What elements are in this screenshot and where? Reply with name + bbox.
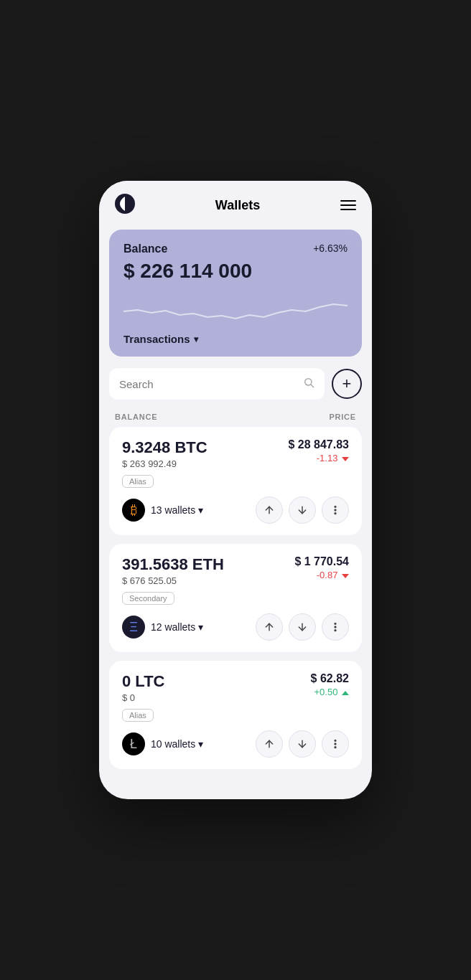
transactions-label: Transactions [123, 333, 190, 345]
btc-actions [256, 496, 349, 524]
balance-column-header: BALANCE [115, 413, 157, 421]
phone-container: Wallets Balance +6.63% $ 226 114 000 Tra… [99, 181, 372, 799]
coin-amount-eth: 391.5638 ETH [122, 555, 224, 574]
eth-more-button[interactable] [322, 613, 349, 641]
svg-point-6 [335, 509, 336, 511]
eth-chevron-icon: ▾ [198, 621, 203, 633]
svg-point-12 [335, 630, 336, 631]
search-icon [303, 377, 314, 391]
svg-point-5 [335, 507, 336, 508]
coin-card-btc: 9.3248 BTC $ 263 992.49 $ 28 847.83 -1.1… [109, 427, 362, 535]
svg-point-15 [335, 740, 336, 742]
coin-price-change-eth: -0.87 [294, 570, 349, 580]
coin-tag-ltc: Alias [122, 709, 154, 722]
coin-price-value-eth: $ 1 770.54 [294, 555, 349, 568]
down-arrow-icon-eth [342, 574, 349, 578]
balance-change: +6.63% [313, 242, 348, 254]
transactions-chevron-icon: ▾ [194, 334, 198, 344]
svg-point-7 [335, 513, 336, 514]
svg-point-16 [335, 743, 336, 745]
ltc-actions [256, 730, 349, 758]
btc-wallet-count[interactable]: 13 wallets ▾ [151, 504, 203, 516]
svg-line-2 [311, 385, 314, 387]
svg-point-11 [335, 626, 336, 628]
coin-wallet-info-eth: Ξ 12 wallets ▾ [122, 616, 203, 639]
coin-amount-btc: 9.3248 BTC [122, 438, 207, 457]
btc-send-button[interactable] [256, 496, 283, 524]
coin-balance-btc: 9.3248 BTC $ 263 992.49 [122, 438, 207, 469]
coin-price-eth: $ 1 770.54 -0.87 [294, 555, 349, 580]
coin-list: 9.3248 BTC $ 263 992.49 $ 28 847.83 -1.1… [99, 427, 372, 769]
add-wallet-button[interactable]: + [332, 369, 362, 399]
balance-chart [123, 290, 348, 326]
menu-line-2 [340, 204, 356, 206]
coin-price-value-btc: $ 28 847.83 [288, 438, 349, 451]
coin-card-eth: 391.5638 ETH $ 676 525.05 $ 1 770.54 -0.… [109, 544, 362, 652]
coin-balance-ltc: 0 LTC $ 0 [122, 672, 164, 703]
ltc-wallet-count[interactable]: 10 wallets ▾ [151, 738, 203, 750]
up-arrow-icon-ltc [342, 691, 349, 695]
eth-logo: Ξ [122, 616, 145, 639]
search-box[interactable] [109, 368, 325, 400]
coin-card-ltc: 0 LTC $ 0 $ 62.82 +0.50 Alias Ł 10 walle… [109, 661, 362, 769]
coin-wallet-info-btc: ₿ 13 wallets ▾ [122, 499, 203, 522]
coin-price-value-ltc: $ 62.82 [311, 672, 349, 685]
coin-fiat-eth: $ 676 525.05 [122, 575, 224, 586]
coin-price-ltc: $ 62.82 +0.50 [311, 672, 349, 697]
balance-label: Balance [123, 242, 167, 255]
ltc-receive-button[interactable] [289, 730, 316, 758]
transactions-button[interactable]: Transactions ▾ [123, 333, 348, 345]
search-row: + [99, 368, 372, 410]
ltc-logo: Ł [122, 732, 145, 755]
eth-actions [256, 613, 349, 641]
menu-button[interactable] [340, 200, 356, 210]
coin-fiat-ltc: $ 0 [122, 692, 164, 703]
btc-chevron-icon: ▾ [198, 504, 203, 516]
coin-price-change-ltc: +0.50 [311, 687, 349, 697]
ltc-send-button[interactable] [256, 730, 283, 758]
svg-point-17 [335, 747, 336, 748]
ltc-chevron-icon: ▾ [198, 738, 203, 750]
down-arrow-icon-btc [342, 457, 349, 461]
eth-receive-button[interactable] [289, 613, 316, 641]
coin-wallet-info-ltc: Ł 10 wallets ▾ [122, 732, 203, 755]
menu-line-3 [340, 209, 356, 210]
coin-tag-btc: Alias [122, 475, 154, 488]
eth-send-button[interactable] [256, 613, 283, 641]
coin-price-change-btc: -1.13 [288, 453, 349, 463]
balance-card: Balance +6.63% $ 226 114 000 Transaction… [109, 230, 362, 357]
page-title: Wallets [215, 198, 260, 213]
coin-tag-eth: Secondary [122, 592, 174, 605]
coin-price-btc: $ 28 847.83 -1.13 [288, 438, 349, 463]
ltc-more-button[interactable] [322, 730, 349, 758]
search-input[interactable] [119, 378, 297, 390]
header: Wallets [99, 181, 372, 227]
logo [115, 194, 135, 217]
balance-amount: $ 226 114 000 [123, 260, 348, 283]
price-column-header: PRICE [329, 413, 356, 421]
list-headers: BALANCE PRICE [99, 410, 372, 427]
btc-logo: ₿ [122, 499, 145, 522]
eth-wallet-count[interactable]: 12 wallets ▾ [151, 621, 203, 633]
menu-line-1 [340, 200, 356, 202]
btc-more-button[interactable] [322, 496, 349, 524]
coin-balance-eth: 391.5638 ETH $ 676 525.05 [122, 555, 224, 586]
svg-point-10 [335, 623, 336, 625]
coin-amount-ltc: 0 LTC [122, 672, 164, 691]
coin-fiat-btc: $ 263 992.49 [122, 458, 207, 469]
btc-receive-button[interactable] [289, 496, 316, 524]
